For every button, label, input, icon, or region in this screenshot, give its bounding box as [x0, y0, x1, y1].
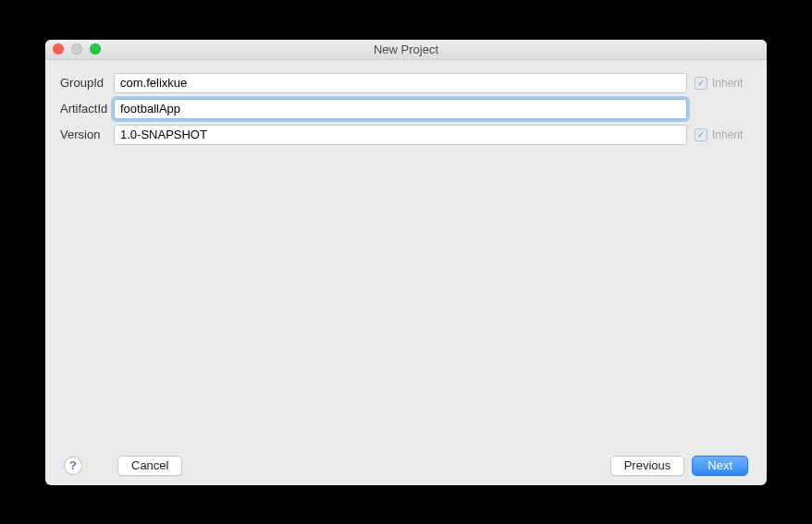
previous-button[interactable]: Previous	[610, 456, 685, 476]
artifact-id-label: ArtifactId	[60, 102, 106, 116]
group-id-inherit-label: Inherit	[712, 77, 743, 90]
version-inherit-label: Inherit	[712, 128, 743, 141]
artifact-id-row: ArtifactId	[60, 99, 752, 119]
version-inherit-checkbox: ✓	[695, 128, 707, 141]
maximize-window-button[interactable]	[90, 43, 101, 55]
cancel-button[interactable]: Cancel	[117, 456, 182, 476]
group-id-label: GroupId	[60, 76, 106, 90]
group-id-row: GroupId ✓ Inherit	[60, 73, 752, 93]
titlebar: New Project	[45, 40, 767, 60]
dialog-content: GroupId ✓ Inherit ArtifactId Version ✓ I…	[45, 60, 767, 485]
new-project-dialog: New Project GroupId ✓ Inherit ArtifactId…	[45, 40, 767, 485]
dialog-footer: ? Cancel Previous Next	[60, 456, 752, 476]
group-id-input[interactable]	[114, 73, 687, 93]
group-id-inherit-checkbox: ✓	[695, 77, 707, 90]
version-input[interactable]	[114, 125, 687, 145]
window-title: New Project	[45, 43, 767, 56]
form-area: GroupId ✓ Inherit ArtifactId Version ✓ I…	[60, 73, 752, 456]
version-row: Version ✓ Inherit	[60, 125, 752, 145]
help-icon[interactable]: ?	[64, 457, 82, 475]
group-id-inherit: ✓ Inherit	[695, 77, 752, 90]
close-window-button[interactable]	[53, 43, 64, 55]
version-label: Version	[60, 128, 106, 141]
next-button[interactable]: Next	[692, 456, 748, 476]
traffic-lights	[53, 43, 101, 55]
artifact-id-input[interactable]	[114, 99, 687, 119]
minimize-window-button	[71, 43, 82, 55]
version-inherit: ✓ Inherit	[695, 128, 752, 141]
